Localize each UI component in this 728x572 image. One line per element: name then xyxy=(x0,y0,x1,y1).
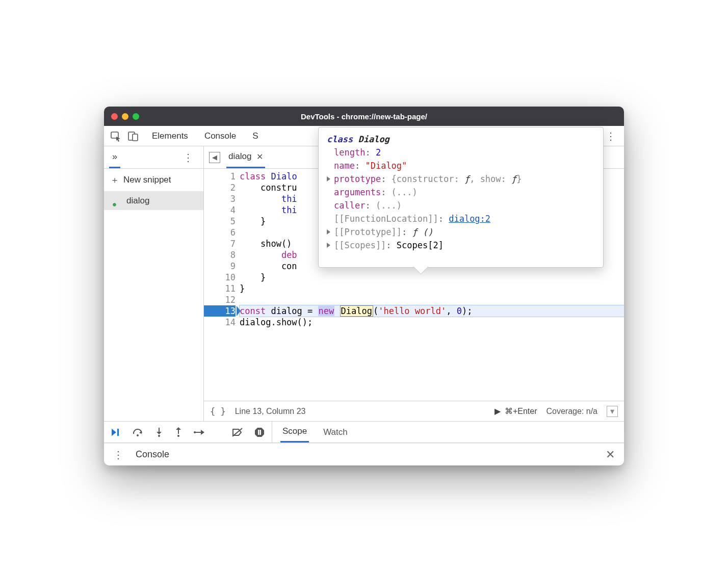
play-icon: ▶ xyxy=(495,406,501,416)
prop-length: length: 2 xyxy=(327,146,595,159)
debugger-toolbar: Scope Watch xyxy=(104,422,624,443)
svg-point-10 xyxy=(194,431,196,433)
prop-name: name: "Dialog" xyxy=(327,159,595,172)
navigator-menu-icon[interactable]: ⋮ xyxy=(178,151,198,164)
deactivate-breakpoints-icon[interactable] xyxy=(232,428,243,437)
prop-scopes[interactable]: [[Scopes]]: Scopes[2] xyxy=(327,239,595,252)
tab-watch[interactable]: Watch xyxy=(321,422,350,443)
coverage-label: Coverage: n/a xyxy=(546,407,597,416)
popover-header: class Dialog xyxy=(327,133,595,146)
navigate-back-icon[interactable]: ◀ xyxy=(209,152,220,163)
plus-icon: ＋ xyxy=(110,174,119,186)
step-icon[interactable] xyxy=(194,429,205,436)
step-over-icon[interactable] xyxy=(133,428,144,437)
prop-prototype[interactable]: prototype: {constructor: ƒ, show: ƒ} xyxy=(327,172,595,186)
snippet-file-icon xyxy=(113,196,122,206)
svg-point-8 xyxy=(177,435,179,437)
pretty-print-icon[interactable]: { } xyxy=(210,406,226,417)
source-link[interactable]: dialog:2 xyxy=(449,214,490,224)
new-snippet-label: New snippet xyxy=(123,175,171,185)
inspect-element-icon[interactable] xyxy=(107,127,124,145)
tab-elements[interactable]: Elements xyxy=(151,126,189,146)
navigator-sidebar: » ⋮ ＋ New snippet dialog xyxy=(104,146,204,421)
tab-scope[interactable]: Scope xyxy=(280,422,309,443)
cursor-position: Line 13, Column 23 xyxy=(235,407,306,416)
svg-rect-3 xyxy=(117,429,119,436)
editor-tab-dialog[interactable]: dialog ✕ xyxy=(226,146,265,168)
step-into-icon[interactable] xyxy=(155,427,163,437)
prop-internal-prototype[interactable]: [[Prototype]]: ƒ () xyxy=(327,225,595,239)
titlebar: DevTools - chrome://new-tab-page/ xyxy=(104,107,624,126)
svg-rect-12 xyxy=(258,430,259,435)
line-gutter: 123 456 789 101112 1314 xyxy=(204,169,240,401)
run-snippet-button[interactable]: ▶ ⌘+Enter xyxy=(495,406,537,416)
pause-on-exceptions-icon[interactable] xyxy=(254,427,265,437)
svg-point-6 xyxy=(158,435,160,437)
object-preview-popover: class Dialog length: 2 name: "Dialog" pr… xyxy=(318,127,604,268)
devtools-window: DevTools - chrome://new-tab-page/ Elemen… xyxy=(104,107,624,465)
editor-statusbar: { } Line 13, Column 23 ▶ ⌘+Enter Coverag… xyxy=(204,401,624,421)
resume-icon[interactable] xyxy=(111,428,121,437)
statusbar-menu-icon[interactable]: ▾ xyxy=(607,406,618,417)
console-drawer: ⋮ Console ✕ xyxy=(104,443,624,465)
more-tabs-icon[interactable]: » xyxy=(112,151,117,162)
svg-rect-13 xyxy=(260,430,262,435)
new-snippet-button[interactable]: ＋ New snippet xyxy=(104,169,203,192)
drawer-label: Console xyxy=(136,449,169,460)
snippet-item-dialog[interactable]: dialog xyxy=(104,192,203,210)
window-title: DevTools - chrome://new-tab-page/ xyxy=(104,112,624,121)
drawer-menu-icon[interactable]: ⋮ xyxy=(110,449,126,461)
prop-function-location: [[FunctionLocation]]: dialog:2 xyxy=(327,212,595,225)
prop-arguments[interactable]: arguments: (...) xyxy=(327,186,595,199)
navigator-tabs: » ⋮ xyxy=(104,146,203,169)
tab-sources[interactable]: S xyxy=(251,126,259,146)
prop-caller[interactable]: caller: (...) xyxy=(327,199,595,212)
close-drawer-icon[interactable]: ✕ xyxy=(603,448,618,461)
snippet-item-label: dialog xyxy=(126,196,149,206)
hovered-identifier[interactable]: Dialog xyxy=(340,305,373,317)
step-out-icon[interactable] xyxy=(174,427,183,437)
svg-rect-2 xyxy=(133,134,138,141)
close-tab-icon[interactable]: ✕ xyxy=(256,152,263,162)
editor-tab-label: dialog xyxy=(228,151,251,162)
device-toolbar-icon[interactable] xyxy=(124,127,142,145)
tab-console[interactable]: Console xyxy=(203,126,237,146)
main-menu-icon[interactable]: ⋮ xyxy=(601,130,621,142)
current-execution-line: const dialog = new Dialog('hello world',… xyxy=(240,305,624,317)
svg-point-4 xyxy=(137,434,139,436)
run-shortcut-label: ⌘+Enter xyxy=(505,406,537,416)
